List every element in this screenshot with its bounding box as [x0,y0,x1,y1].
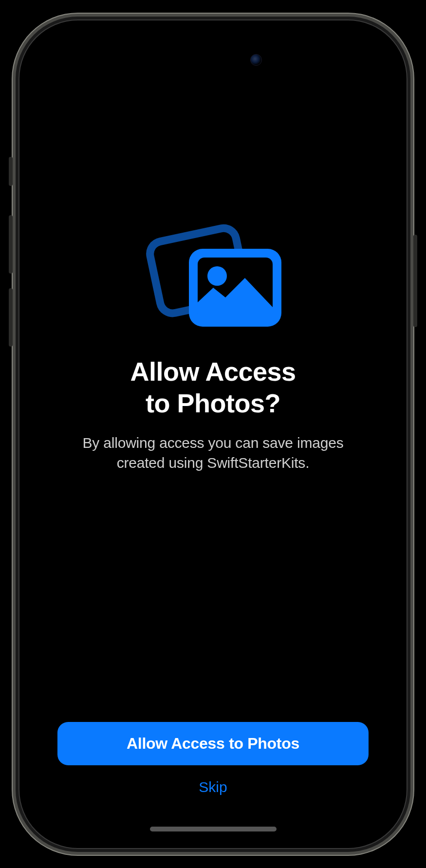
permission-title: Allow Access to Photos? [130,356,296,419]
svg-point-3 [207,266,227,286]
mute-switch [9,157,13,186]
footer-actions: Allow Access to Photos Skip [28,722,398,839]
screen: Allow Access to Photos? By allowing acce… [28,29,398,839]
photos-stack-icon [140,220,286,332]
allow-access-button[interactable]: Allow Access to Photos [57,722,369,765]
phone-frame: Allow Access to Photos? By allowing acce… [19,20,407,848]
volume-down-button [9,288,13,347]
volume-up-button [9,215,13,274]
front-camera-icon [250,54,262,66]
permission-subtitle: By allowing access you can save images c… [57,433,369,473]
power-button [413,235,417,327]
skip-button[interactable]: Skip [199,779,227,795]
permission-prompt: Allow Access to Photos? By allowing acce… [28,29,398,693]
home-indicator[interactable] [150,827,277,831]
dynamic-island [155,44,272,76]
